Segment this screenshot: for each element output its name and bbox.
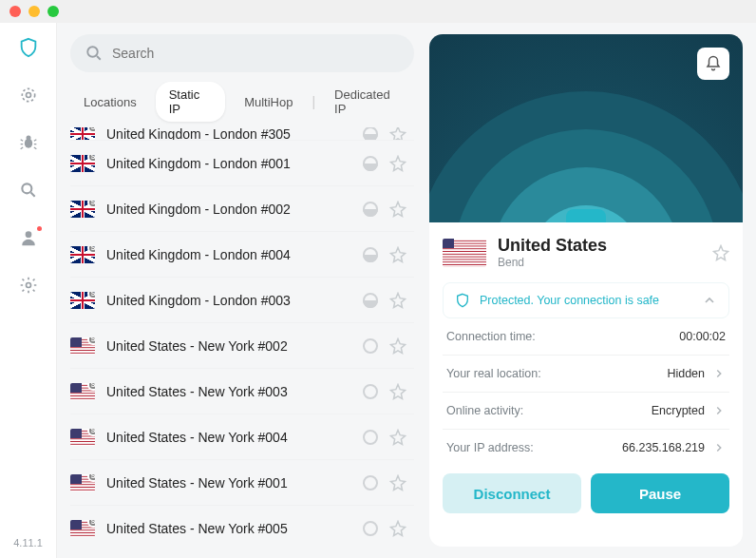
location-row[interactable]: SUnited Kingdom - London #001	[70, 141, 414, 186]
favorite-button[interactable]	[389, 474, 406, 491]
minimize-window[interactable]	[28, 6, 40, 17]
load-indicator-icon	[363, 338, 378, 354]
flag-icon: S	[70, 246, 95, 263]
location-name: United Kingdom - London #002	[106, 202, 351, 217]
location-pin-icon	[566, 209, 606, 222]
detail-row[interactable]: Your IP address:66.235.168.219	[443, 430, 729, 466]
favorite-button[interactable]	[389, 246, 406, 263]
window-titlebar	[0, 0, 756, 23]
flag-icon: S	[70, 520, 95, 537]
search-bar[interactable]	[70, 34, 414, 72]
location-name: United States - New York #004	[106, 430, 351, 445]
hero-banner	[429, 34, 743, 222]
search-input[interactable]	[112, 46, 399, 61]
current-location: United States Bend	[443, 236, 729, 269]
chevron-right-icon	[712, 367, 726, 380]
user-icon[interactable]	[17, 226, 40, 249]
current-country: United States	[498, 236, 701, 256]
location-row[interactable]: SUnited States - New York #003	[70, 369, 414, 414]
flag-icon: S	[70, 429, 95, 446]
location-row[interactable]: SUnited States - New York #001	[70, 460, 414, 506]
flag-icon: S	[70, 383, 95, 400]
bug-icon[interactable]	[17, 131, 40, 154]
tab-static-ip[interactable]: Static IP	[156, 82, 225, 122]
sidebar: 4.11.1	[0, 23, 57, 558]
favorite-button[interactable]	[389, 155, 406, 172]
svg-point-5	[25, 231, 31, 238]
search-icon	[85, 45, 103, 62]
favorite-button[interactable]	[389, 383, 406, 400]
locations-panel: LocationsStatic IPMultiHop|Dedicated IP …	[70, 34, 414, 547]
shield-icon	[455, 293, 470, 308]
detail-label: Your IP address:	[446, 441, 534, 454]
shield-icon[interactable]	[17, 36, 40, 59]
flag-icon: S	[70, 292, 95, 309]
favorite-button[interactable]	[712, 244, 729, 261]
gear-icon[interactable]	[17, 274, 40, 297]
load-indicator-icon	[363, 475, 378, 491]
svg-point-4	[22, 183, 31, 193]
tab-dedicated-ip[interactable]: Dedicated IP	[321, 82, 414, 122]
search-alt-icon[interactable]	[17, 179, 40, 202]
load-indicator-icon	[363, 156, 378, 171]
location-name: United States - New York #002	[106, 338, 351, 354]
detail-label: Online activity:	[446, 404, 523, 417]
detail-row[interactable]: Your real location:Hidden	[443, 356, 729, 393]
detail-value: Hidden	[667, 367, 705, 380]
chevron-up-icon[interactable]	[702, 293, 717, 308]
flag-icon: S	[70, 201, 95, 218]
detail-label: Your real location:	[446, 367, 541, 380]
location-row[interactable]: SUnited States - New York #002	[70, 323, 414, 369]
notifications-button[interactable]	[697, 48, 729, 80]
version-label: 4.11.1	[13, 537, 43, 548]
flag-icon: S	[70, 155, 95, 172]
close-window[interactable]	[9, 6, 21, 17]
favorite-button[interactable]	[389, 520, 406, 537]
svg-point-0	[26, 93, 30, 98]
location-row[interactable]: SUnited Kingdom - London #003	[70, 278, 414, 323]
detail-label: Connection time:	[446, 330, 536, 343]
load-indicator-icon	[363, 247, 378, 262]
load-indicator-icon	[363, 127, 378, 141]
radar-icon[interactable]	[17, 84, 40, 106]
load-indicator-icon	[363, 293, 378, 308]
detail-row[interactable]: Online activity:Encrypted	[443, 393, 729, 430]
favorite-button[interactable]	[389, 337, 406, 355]
tab-multihop[interactable]: MultiHop	[231, 89, 306, 115]
location-row[interactable]: SUnited Kingdom - London #004	[70, 232, 414, 278]
location-name: United States - New York #005	[106, 521, 351, 536]
svg-point-1	[22, 88, 34, 101]
load-indicator-icon	[363, 521, 378, 536]
location-row[interactable]: SUnited States - New York #005	[70, 506, 414, 547]
flag-icon: S	[70, 337, 95, 355]
load-indicator-icon	[363, 384, 378, 399]
favorite-button[interactable]	[389, 292, 406, 309]
protection-status[interactable]: Protected. Your connection is safe	[443, 282, 729, 318]
detail-row: Connection time:00:00:02	[443, 318, 729, 356]
favorite-button[interactable]	[389, 429, 406, 446]
locations-list[interactable]: SUnited Kingdom - London #305SUnited Kin…	[70, 127, 414, 547]
location-row[interactable]: SUnited States - New York #004	[70, 414, 414, 460]
status-text: Protected. Your connection is safe	[480, 294, 692, 307]
maximize-window[interactable]	[47, 6, 59, 17]
location-name: United Kingdom - London #003	[106, 293, 351, 308]
disconnect-button[interactable]: Disconnect	[443, 473, 581, 513]
location-row[interactable]: SUnited Kingdom - London #305	[70, 127, 414, 141]
current-city: Bend	[498, 256, 701, 269]
connection-details: Connection time:00:00:02Your real locati…	[443, 318, 729, 466]
location-name: United States - New York #003	[106, 384, 351, 399]
flag-icon: S	[70, 474, 95, 491]
favorite-button[interactable]	[389, 127, 406, 141]
location-name: United States - New York #001	[106, 475, 351, 491]
svg-point-7	[87, 47, 98, 57]
detail-value: 00:00:02	[679, 330, 726, 343]
location-row[interactable]: SUnited Kingdom - London #002	[70, 186, 414, 232]
detail-value: 66.235.168.219	[622, 441, 705, 454]
notification-dot	[37, 226, 42, 231]
pause-button[interactable]: Pause	[591, 473, 729, 513]
load-indicator-icon	[363, 202, 378, 217]
bell-icon	[705, 55, 722, 72]
load-indicator-icon	[363, 430, 378, 445]
tab-locations[interactable]: Locations	[70, 89, 150, 115]
favorite-button[interactable]	[389, 201, 406, 218]
